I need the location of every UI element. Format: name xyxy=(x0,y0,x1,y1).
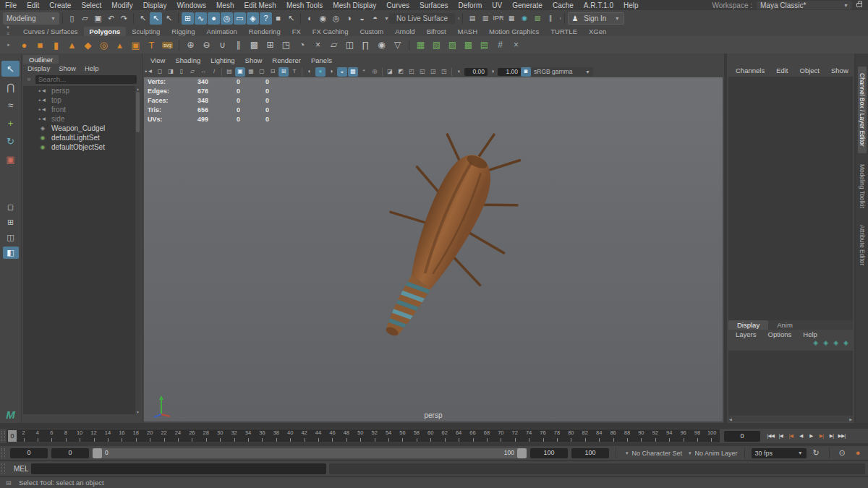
range-start-handle[interactable] xyxy=(93,448,102,458)
shelf-tab[interactable]: MASH xyxy=(452,27,483,36)
animation-start-field[interactable]: 0 xyxy=(10,448,48,458)
gamma-icon[interactable]: ◑ xyxy=(488,67,498,77)
snap-curve-icon[interactable]: ∿ xyxy=(195,12,207,25)
auto-key-icon[interactable]: ● xyxy=(852,447,864,459)
shelf-tab-menu-icon[interactable]: ▾ xyxy=(7,25,9,30)
textured-wire-icon[interactable]: T xyxy=(289,67,299,77)
paint-select-set-icon[interactable]: ▨ xyxy=(445,38,460,53)
new-scene-icon[interactable]: ▯ xyxy=(66,12,78,25)
lattice-icon[interactable]: # xyxy=(493,38,508,53)
bookmark-icon[interactable]: ▯ xyxy=(176,67,187,77)
new-layer-from-selected-icon[interactable]: ◈ xyxy=(843,340,848,346)
menu-item[interactable]: Display xyxy=(138,1,172,9)
reflection-icon[interactable]: ◑ xyxy=(343,12,355,25)
lasso-select-tool[interactable]: ⋂ xyxy=(1,79,20,95)
outliner-item[interactable]: ◉ defaultLightSet xyxy=(23,133,135,142)
partition-icon[interactable]: ▤ xyxy=(477,38,492,53)
poly-cone-icon[interactable]: ▲ xyxy=(64,38,80,53)
layer-editor-menu-item[interactable]: Help xyxy=(797,330,823,338)
pause-viewport-icon[interactable]: ∥ xyxy=(544,12,556,25)
camera-attributes-icon[interactable]: ◨ xyxy=(166,67,176,77)
menu-item[interactable]: Curves xyxy=(381,1,414,9)
xray-icon[interactable]: ◪ xyxy=(385,67,395,77)
menu-item[interactable]: File xyxy=(0,1,22,9)
select-component-icon[interactable]: ↖ xyxy=(163,12,175,25)
smooth-icon[interactable]: ▩ xyxy=(247,38,262,53)
step-forward-key-button[interactable]: ▶| xyxy=(817,431,826,442)
shelf-tab[interactable]: TURTLE xyxy=(545,27,583,36)
menu-item[interactable]: Deform xyxy=(454,1,488,9)
chevron-down-icon[interactable]: ▾ xyxy=(689,450,692,456)
poly-sphere-icon[interactable]: ● xyxy=(17,38,32,53)
layout-two-pane-button[interactable]: ◫ xyxy=(3,231,19,244)
viewport-menu-item[interactable]: View xyxy=(145,56,170,64)
menu-item[interactable]: Mesh Tools xyxy=(281,1,328,9)
chevron-right-icon[interactable]: › xyxy=(559,16,561,21)
select-hierarchy-icon[interactable]: ↖ xyxy=(137,12,149,25)
menu-item[interactable]: Select xyxy=(76,1,106,9)
occlusion-icon[interactable]: ◒ xyxy=(337,67,347,77)
shelf-tab[interactable]: XGen xyxy=(583,27,612,36)
layer-editor-menu-item[interactable]: Layers xyxy=(730,330,762,338)
layer-scrollbar[interactable]: ◀ ▶ xyxy=(728,416,853,421)
snap-point-icon[interactable]: ● xyxy=(208,12,220,25)
anim-layer-dropdown[interactable]: No Anim Layer xyxy=(695,450,738,457)
menu-set-dropdown[interactable]: Modeling ▼ xyxy=(3,12,59,25)
textures-icon[interactable]: ◎ xyxy=(370,67,380,77)
outliner-item[interactable]: ▪◄ front xyxy=(23,105,135,114)
select-tool[interactable]: ↖ xyxy=(1,61,20,77)
chevron-right-icon[interactable]: › xyxy=(458,16,459,21)
bevel-icon[interactable]: ◔ xyxy=(294,38,310,53)
outliner-item[interactable]: ◉ defaultObjectSet xyxy=(23,142,135,152)
layout-single-pane-button[interactable]: ◻ xyxy=(3,201,19,213)
viewport-menu-item[interactable]: Shading xyxy=(170,56,205,64)
undo-icon[interactable]: ↶ xyxy=(105,12,117,25)
xray-joints-icon[interactable]: ◩ xyxy=(396,67,406,77)
rotate-tool[interactable]: ↻ xyxy=(1,133,20,149)
go-to-start-button[interactable]: |◀◀ xyxy=(766,431,775,442)
lights-icon[interactable]: * xyxy=(359,67,369,77)
render-view-icon[interactable]: ▤ xyxy=(466,12,478,25)
animation-end-field[interactable]: 100 xyxy=(571,448,609,458)
menu-item[interactable]: A.R.T.1.0 xyxy=(579,1,618,9)
playback-loop-icon[interactable]: ↻ xyxy=(810,447,822,459)
edit-membership-icon[interactable]: ▩ xyxy=(461,38,476,53)
menu-item[interactable]: Windows xyxy=(171,1,211,9)
lock-selection-icon[interactable]: ■ xyxy=(272,12,284,25)
shelf-tab[interactable]: Custom xyxy=(354,27,389,36)
shelf-arrow-icon[interactable]: ▸ xyxy=(7,42,10,48)
channel-box-menu-item[interactable]: Channels xyxy=(730,67,770,74)
shelf-tab[interactable]: Rendering xyxy=(243,27,286,36)
render-current-frame-icon[interactable]: ▥ xyxy=(479,12,491,25)
move-tool[interactable]: + xyxy=(1,115,20,131)
shelf-tab[interactable]: Motion Graphics xyxy=(483,27,545,36)
outliner-search-input[interactable] xyxy=(35,75,137,84)
symmetry-icon[interactable]: ◐ xyxy=(304,12,316,25)
menu-item[interactable]: Create xyxy=(44,1,76,9)
outliner-item[interactable]: ▪◄ side xyxy=(23,114,135,124)
channel-box-menu-item[interactable]: Show xyxy=(825,67,854,74)
sidebar-tab[interactable]: Channel Box / Layer Editor xyxy=(858,67,867,153)
panel-drag-handle[interactable] xyxy=(1,448,5,458)
anti-alias-icon[interactable]: ▩ xyxy=(348,67,358,77)
menu-item[interactable]: Mesh xyxy=(211,1,239,9)
combine-icon[interactable]: ∪ xyxy=(215,38,230,53)
timeline-ruler[interactable]: 0 24681012141618202224262830323436384042… xyxy=(7,429,720,442)
channel-box-menu-item[interactable]: Edit xyxy=(770,67,793,74)
quad-draw-icon[interactable]: ▱ xyxy=(326,38,341,53)
target-weld-icon[interactable]: ◉ xyxy=(374,38,389,53)
cluster-icon[interactable]: × xyxy=(509,38,524,53)
subdivide-icon[interactable]: ⊞ xyxy=(263,38,278,53)
viewport-canvas[interactable]: Verts: 340 0 0 Edges: 676 0 0 Faces: xyxy=(144,77,723,421)
wireframe-icon[interactable]: ▤ xyxy=(224,67,234,77)
menu-item[interactable]: Help xyxy=(618,1,644,9)
soft-select-icon[interactable]: ◉ xyxy=(317,12,329,25)
light-editor-icon[interactable]: ▧ xyxy=(531,12,543,25)
bridge-icon[interactable]: ∏ xyxy=(358,38,373,53)
menu-item[interactable]: Cache xyxy=(548,1,579,9)
mirror-icon[interactable]: ◫ xyxy=(342,38,357,53)
animation-preferences-icon[interactable]: ⊙ xyxy=(836,447,848,459)
poly-torus-icon[interactable]: ◎ xyxy=(96,38,111,53)
fps-dropdown[interactable]: 30 fps ▼ xyxy=(752,448,807,458)
redo-icon[interactable]: ↷ xyxy=(118,12,130,25)
